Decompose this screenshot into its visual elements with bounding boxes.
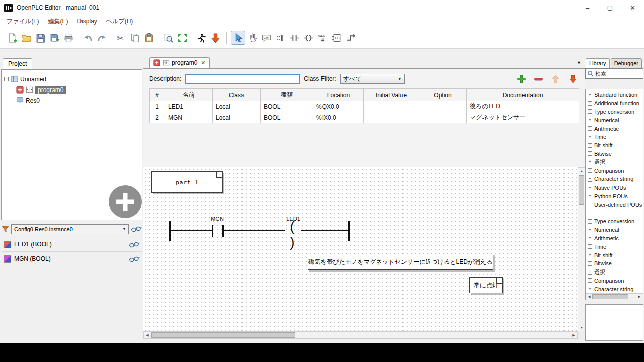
cell-number[interactable]: 1: [150, 101, 165, 112]
move-variable-up-button[interactable]: [549, 73, 562, 85]
tab-project[interactable]: Project: [3, 58, 32, 69]
expand-expander-icon[interactable]: +: [588, 270, 592, 275]
cell-class[interactable]: Local: [213, 112, 261, 123]
expand-expander-icon[interactable]: +: [588, 253, 592, 257]
debug-watch-icon[interactable]: [129, 241, 140, 248]
expand-expander-icon[interactable]: +: [588, 194, 592, 198]
block-tool-button[interactable]: FB: [330, 31, 344, 45]
library-tree-item[interactable]: + Bit-shift: [586, 141, 643, 150]
transfer-button[interactable]: [208, 31, 222, 45]
redo-button[interactable]: [95, 31, 109, 45]
right-power-rail[interactable]: [348, 221, 350, 241]
minimize-icon[interactable]: [576, 0, 599, 15]
horizontal-scrollbar[interactable]: ◀ ▶: [143, 331, 578, 339]
library-tree-item[interactable]: + Time: [586, 242, 643, 251]
library-search-box[interactable]: [585, 68, 643, 79]
debug-variable-row[interactable]: MGN (BOOL): [2, 252, 142, 266]
collapse-expander-icon[interactable]: [4, 77, 9, 81]
library-tree-item[interactable]: + Comparison: [586, 277, 643, 285]
power-rail-tool-button[interactable]: [273, 31, 287, 45]
paste-button[interactable]: [142, 31, 156, 45]
instance-selector-dropdown[interactable]: Config0.Res0.instance0: [11, 224, 129, 234]
library-tree-item[interactable]: + Numerical: [586, 226, 643, 234]
description-input[interactable]: [185, 74, 300, 84]
save-as-button[interactable]: [47, 31, 61, 45]
cell-documentation[interactable]: マグネットセンサー: [467, 112, 579, 123]
library-tree-item[interactable]: User-defined POUs: [586, 200, 643, 209]
expand-expander-icon[interactable]: +: [588, 278, 592, 283]
vertical-scroll-thumb[interactable]: [579, 175, 584, 205]
expand-expander-icon[interactable]: +: [588, 109, 592, 114]
debug-variable-row[interactable]: LED1 (BOOL): [2, 237, 142, 252]
menu-item[interactable]: Display: [72, 16, 101, 26]
tab-program0[interactable]: program0: [149, 57, 210, 68]
table-row[interactable]: 2 MGN Local BOOL %IX0.0 マグネットセンサー: [150, 112, 579, 123]
add-variable-button[interactable]: [515, 73, 528, 85]
comment-box[interactable]: 磁気を帯びたモノをマグネットセンサーに近づけるとLEDが消える: [308, 254, 493, 270]
cell-type[interactable]: BOOL: [261, 101, 313, 112]
open-button[interactable]: [19, 31, 33, 45]
expand-expander-icon[interactable]: [588, 202, 592, 207]
delete-variable-button[interactable]: [532, 73, 545, 85]
contact-tool-button[interactable]: [287, 31, 301, 45]
undo-button[interactable]: [80, 31, 95, 45]
menu-item[interactable]: ヘルプ(H): [102, 16, 138, 27]
expand-expander-icon[interactable]: +: [588, 126, 592, 131]
scroll-left-icon[interactable]: ◀: [586, 294, 593, 300]
debug-watch-icon[interactable]: [131, 226, 142, 232]
menu-item[interactable]: ファイル(F): [2, 16, 43, 27]
scroll-up-icon[interactable]: ▲: [578, 168, 585, 174]
library-tree-item[interactable]: + Python POUs: [586, 192, 643, 201]
comment-tool-button[interactable]: CMT: [259, 31, 273, 45]
expand-expander-icon[interactable]: +: [588, 143, 592, 148]
library-search-input[interactable]: [595, 71, 641, 77]
debug-watch-icon[interactable]: [129, 256, 140, 262]
menu-item[interactable]: 編集(E): [43, 16, 72, 27]
cell-initial-value[interactable]: [364, 101, 419, 112]
expand-expander-icon[interactable]: +: [588, 236, 592, 240]
tab-close-icon[interactable]: [201, 60, 205, 66]
motion-tool-button[interactable]: [245, 31, 259, 45]
cell-location[interactable]: %QX0.0: [313, 101, 364, 112]
library-tree-item[interactable]: + Native POUs: [586, 184, 643, 192]
expand-expander-icon[interactable]: +: [588, 228, 592, 232]
library-tree-item[interactable]: + Additional function: [586, 99, 643, 108]
cell-initial-value[interactable]: [364, 112, 419, 123]
close-icon[interactable]: [621, 0, 644, 15]
new-button[interactable]: [5, 31, 19, 45]
move-variable-down-button[interactable]: [566, 73, 579, 85]
copy-button[interactable]: [128, 31, 142, 45]
library-tree-item[interactable]: + Arithmetic: [586, 124, 643, 133]
cell-name[interactable]: MGN: [165, 112, 213, 123]
contact-element[interactable]: [212, 225, 213, 237]
library-tree-item[interactable]: + Character string: [586, 175, 643, 184]
add-element-button[interactable]: [109, 185, 142, 218]
library-tree-item[interactable]: + Bitwise: [586, 259, 643, 268]
expand-expander-icon[interactable]: +: [588, 244, 592, 249]
library-tree-item[interactable]: + Numerical: [586, 116, 643, 124]
description-input-field[interactable]: [186, 75, 299, 83]
library-tree-item[interactable]: + Standard function: [586, 90, 643, 99]
section-comment-box[interactable]: === part 1 ===: [151, 171, 223, 193]
library-tree-item[interactable]: + Type conversion: [586, 217, 643, 226]
variable-tool-button[interactable]: VAR: [315, 31, 330, 45]
scroll-left-icon[interactable]: ◀: [144, 332, 151, 338]
expand-expander-icon[interactable]: +: [588, 93, 592, 97]
library-tree-item[interactable]: + 選択: [586, 158, 643, 166]
cell-option[interactable]: [419, 112, 467, 123]
expand-expander-icon[interactable]: +: [588, 101, 592, 106]
cell-number[interactable]: 2: [150, 112, 165, 123]
library-tree-item[interactable]: + Bitwise: [586, 150, 643, 158]
expand-expander-icon[interactable]: +: [588, 219, 592, 224]
scroll-right-icon[interactable]: ▶: [636, 294, 643, 300]
coil-element[interactable]: ( ): [284, 219, 302, 250]
scroll-down-icon[interactable]: ▼: [578, 324, 585, 331]
ladder-canvas[interactable]: === part 1 === MGN ( ) LED1 磁気を帯びたモノをマグネ…: [143, 167, 578, 331]
vertical-scrollbar[interactable]: ▲ ▼: [578, 167, 585, 331]
horizontal-scroll-thumb[interactable]: [151, 332, 295, 338]
table-row[interactable]: 1 LED1 Local BOOL %QX0.0 後ろのLED: [150, 101, 579, 112]
library-tree-item[interactable]: + Time: [586, 133, 643, 141]
cell-location[interactable]: %IX0.0: [313, 112, 364, 123]
notebook-menu-icon[interactable]: [577, 60, 581, 65]
search-button[interactable]: [161, 31, 175, 45]
